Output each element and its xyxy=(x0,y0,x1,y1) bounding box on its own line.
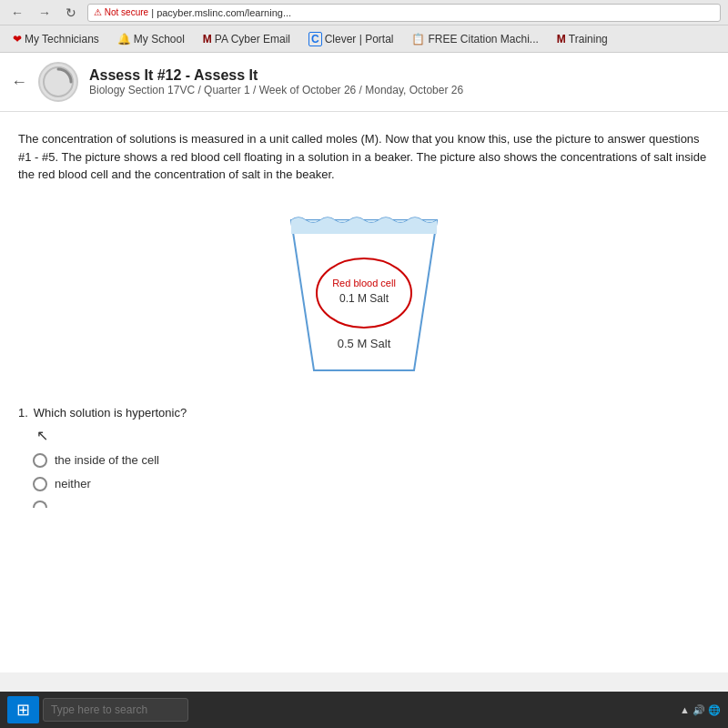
answer-label-inside-cell: the inside of the cell xyxy=(55,453,159,467)
c-icon: C xyxy=(308,32,322,46)
bookmark-free-citation[interactable]: 📋 FREE Citation Machi... xyxy=(404,30,545,48)
bookmark-label: FREE Citation Machi... xyxy=(428,33,538,46)
svg-text:0.1 M Salt: 0.1 M Salt xyxy=(339,292,389,305)
bookmark-label: Clever | Portal xyxy=(325,33,394,46)
not-secure-label: ⚠ Not secure xyxy=(94,7,148,17)
answer-label-neither: neither xyxy=(55,477,91,490)
training-m-icon: M xyxy=(557,33,566,46)
taskbar: ⊞ ▲ 🔊 🌐 xyxy=(0,692,728,728)
forward-nav-button[interactable]: → xyxy=(35,4,55,22)
question-number: 1. xyxy=(18,406,28,420)
start-button[interactable]: ⊞ xyxy=(7,696,39,723)
svg-text:Red blood cell: Red blood cell xyxy=(332,278,396,288)
radio-neither[interactable] xyxy=(33,477,47,491)
beaker-wrapper: Red blood cell 0.1 M Salt 0.5 M Salt xyxy=(264,202,464,384)
bell-icon: 🔔 xyxy=(117,33,131,46)
citation-icon: 📋 xyxy=(411,33,425,46)
bookmark-label: PA Cyber Email xyxy=(215,33,290,46)
question-text: Which solution is hypertonic? xyxy=(34,406,187,420)
refresh-nav-button[interactable]: ↻ xyxy=(62,4,80,22)
intro-paragraph: The concentration of solutions is measur… xyxy=(18,130,710,184)
m-icon: M xyxy=(203,33,212,46)
question-1-section: 1. Which solution is hypertonic? ↖ the i… xyxy=(18,406,710,508)
taskbar-search-input[interactable] xyxy=(43,698,188,722)
svg-text:0.5 M Salt: 0.5 M Salt xyxy=(338,337,391,350)
page-subtitle: Biology Section 17VC / Quarter 1 / Week … xyxy=(89,84,463,96)
browser-nav-bar: ← → ↻ ⚠ Not secure | pacyber.mslinc.com/… xyxy=(0,0,728,25)
radio-inside-cell[interactable] xyxy=(33,453,47,468)
address-bar[interactable]: ⚠ Not secure | pacyber.mslinc.com/learni… xyxy=(87,4,721,22)
partial-radio-option[interactable] xyxy=(33,500,47,508)
url-text: pacyber.mslinc.com/learning... xyxy=(157,7,291,18)
bookmark-clever-portal[interactable]: C Clever | Portal xyxy=(301,29,400,49)
bookmarks-bar: ❤ My Technicians 🔔 My School M PA Cyber … xyxy=(0,25,728,53)
page-title: Assess It #12 - Assess It xyxy=(89,67,463,84)
bookmark-pa-cyber-email[interactable]: M PA Cyber Email xyxy=(196,30,298,48)
answer-option-inside-cell[interactable]: the inside of the cell xyxy=(33,453,710,468)
bookmark-label: Training xyxy=(569,33,608,46)
answer-option-neither[interactable]: neither xyxy=(33,477,710,491)
bookmark-label: My School xyxy=(134,33,185,46)
header-text-block: Assess It #12 - Assess It Biology Sectio… xyxy=(89,67,463,96)
beaker-svg: Red blood cell 0.1 M Salt 0.5 M Salt xyxy=(264,202,464,384)
cursor-indicator: ↖ xyxy=(36,427,48,444)
taskbar-time: ▲ 🔊 🌐 xyxy=(680,704,721,716)
bookmark-training[interactable]: M Training xyxy=(550,30,615,48)
bookmark-label: My Technicians xyxy=(25,33,99,46)
beaker-illustration: Red blood cell 0.1 M Salt 0.5 M Salt xyxy=(18,202,710,384)
page-back-button[interactable]: ← xyxy=(11,73,27,92)
page-header: ← Assess It #12 - Assess It Biology Sect… xyxy=(0,53,728,112)
heart-icon: ❤ xyxy=(13,33,22,46)
page-logo xyxy=(38,62,78,102)
back-nav-button[interactable]: ← xyxy=(7,4,27,22)
bookmark-my-school[interactable]: 🔔 My School xyxy=(110,30,192,48)
main-content: The concentration of solutions is measur… xyxy=(0,112,728,672)
svg-point-0 xyxy=(44,67,73,96)
bookmark-my-technicians[interactable]: ❤ My Technicians xyxy=(5,30,106,48)
